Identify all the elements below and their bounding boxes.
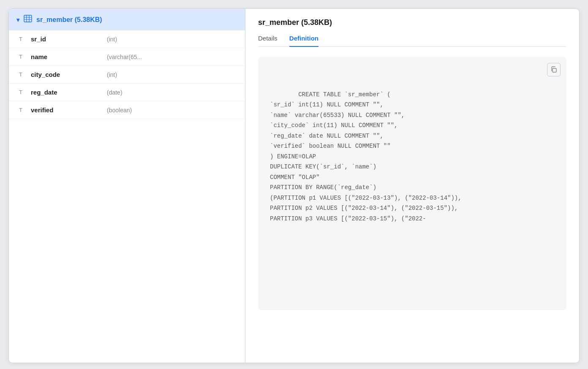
column-item: T sr_id (int): [9, 30, 245, 48]
col-name: sr_id: [31, 35, 107, 43]
tab-details[interactable]: Details: [258, 35, 278, 47]
tabs: Details Definition: [258, 35, 566, 47]
right-title: sr_member (5.38KB): [258, 18, 566, 27]
col-type-icon: T: [19, 36, 31, 42]
column-item: T name (varchar(65...: [9, 48, 245, 66]
col-type: (int): [107, 71, 117, 78]
col-type-icon: T: [19, 89, 31, 95]
svg-rect-5: [553, 68, 556, 72]
table-header[interactable]: ▾ sr_member (5.38KB): [9, 9, 245, 30]
tab-definition[interactable]: Definition: [289, 35, 318, 47]
main-container: ▾ sr_member (5.38KB) T sr_id (int) T nam: [8, 8, 580, 363]
right-panel: sr_member (5.38KB) Details Definition CR…: [245, 9, 579, 363]
col-type: (int): [107, 36, 117, 43]
column-list: T sr_id (int) T name (varchar(65... T ci…: [9, 30, 245, 119]
table-name: sr_member (5.38KB): [36, 16, 102, 24]
chevron-icon: ▾: [16, 16, 19, 23]
col-name: reg_date: [31, 89, 107, 96]
code-content: CREATE TABLE `sr_member` ( `sr_id` int(1…: [270, 91, 462, 222]
col-name: city_code: [31, 71, 107, 78]
left-panel: ▾ sr_member (5.38KB) T sr_id (int) T nam: [9, 9, 245, 363]
col-type-icon: T: [19, 71, 31, 78]
col-type: (varchar(65...: [107, 54, 142, 60]
col-type-icon: T: [19, 54, 31, 60]
col-type: (boolean): [107, 107, 132, 114]
column-item: T reg_date (date): [9, 84, 245, 101]
svg-rect-0: [24, 15, 32, 22]
right-body: CREATE TABLE `sr_member` ( `sr_id` int(1…: [245, 47, 579, 363]
column-item: T city_code (int): [9, 66, 245, 84]
table-icon: [24, 15, 32, 24]
col-type: (date): [107, 89, 122, 96]
col-type-icon: T: [19, 107, 31, 113]
col-name: verified: [31, 106, 107, 114]
column-item: T verified (boolean): [9, 101, 245, 119]
col-name: name: [31, 53, 107, 60]
right-header: sr_member (5.38KB) Details Definition: [245, 9, 579, 47]
definition-code-block: CREATE TABLE `sr_member` ( `sr_id` int(1…: [258, 57, 566, 310]
copy-button[interactable]: [547, 63, 561, 76]
